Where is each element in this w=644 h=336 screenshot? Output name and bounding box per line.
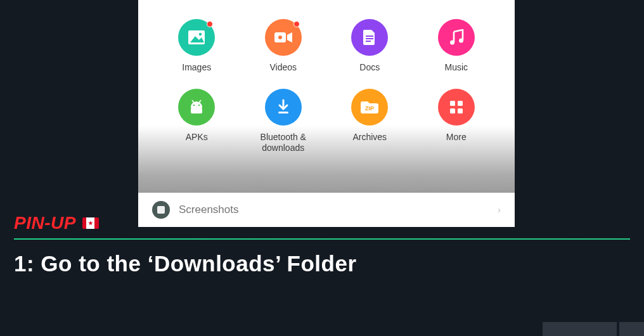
svg-rect-20 (458, 101, 463, 106)
file-manager-screenshot: Images Videos Docs Music APKs (138, 0, 515, 227)
category-more[interactable]: More (413, 89, 500, 154)
category-images[interactable]: Images (153, 19, 240, 74)
category-label: APKs (186, 132, 208, 143)
svg-rect-8 (366, 38, 373, 39)
svg-point-10 (450, 41, 454, 45)
svg-text:ZIP: ZIP (365, 105, 374, 112)
divider (14, 238, 630, 240)
screenshots-label: Screenshots (179, 204, 239, 216)
video-icon (265, 19, 302, 56)
category-label: Docs (359, 62, 380, 74)
svg-point-12 (193, 104, 195, 105)
svg-point-13 (198, 104, 200, 105)
svg-rect-9 (366, 41, 371, 42)
svg-rect-19 (450, 101, 455, 106)
category-label: Videos (269, 62, 297, 74)
canada-flag-icon (82, 217, 99, 229)
svg-point-11 (459, 39, 463, 43)
category-archives[interactable]: ZIP Archives (326, 89, 413, 154)
svg-rect-17 (278, 112, 288, 113)
svg-rect-23 (157, 206, 165, 214)
page-title: 1: Go to the ‘Downloads’ Folder (14, 251, 357, 276)
notification-dot (207, 21, 213, 27)
category-videos[interactable]: Videos (240, 19, 327, 74)
download-icon (265, 89, 302, 126)
category-apks[interactable]: APKs (153, 89, 240, 154)
chevron-right-icon: › (498, 205, 501, 215)
svg-rect-21 (450, 108, 455, 113)
svg-point-6 (278, 36, 282, 39)
svg-rect-22 (458, 108, 463, 113)
brand-row: PIN-UP (14, 213, 99, 233)
category-label: Archives (352, 132, 387, 143)
music-icon (438, 19, 475, 56)
category-label: More (446, 132, 467, 143)
category-label: Bluetooth & downloads (240, 132, 327, 154)
category-docs[interactable]: Docs (326, 19, 413, 74)
doc-icon (351, 19, 388, 56)
android-icon (178, 89, 215, 126)
svg-marker-5 (287, 32, 292, 42)
svg-line-15 (199, 100, 201, 103)
svg-point-3 (199, 33, 202, 36)
svg-line-14 (192, 100, 194, 103)
brand-logo: PIN-UP (14, 213, 76, 233)
grid-icon (438, 89, 475, 126)
screenshots-row[interactable]: Screenshots › (138, 193, 515, 227)
category-downloads[interactable]: Bluetooth & downloads (240, 89, 327, 154)
svg-rect-16 (191, 108, 202, 113)
category-label: Music (444, 62, 468, 74)
screenshots-thumb-icon (152, 201, 170, 219)
notification-dot (293, 21, 300, 27)
category-grid: Images Videos Docs Music APKs (138, 0, 515, 154)
category-label: Images (182, 62, 211, 74)
category-music[interactable]: Music (413, 19, 500, 74)
corner-watermark (543, 322, 644, 336)
svg-rect-7 (366, 36, 373, 37)
image-icon (178, 19, 215, 56)
zip-icon: ZIP (351, 89, 388, 126)
